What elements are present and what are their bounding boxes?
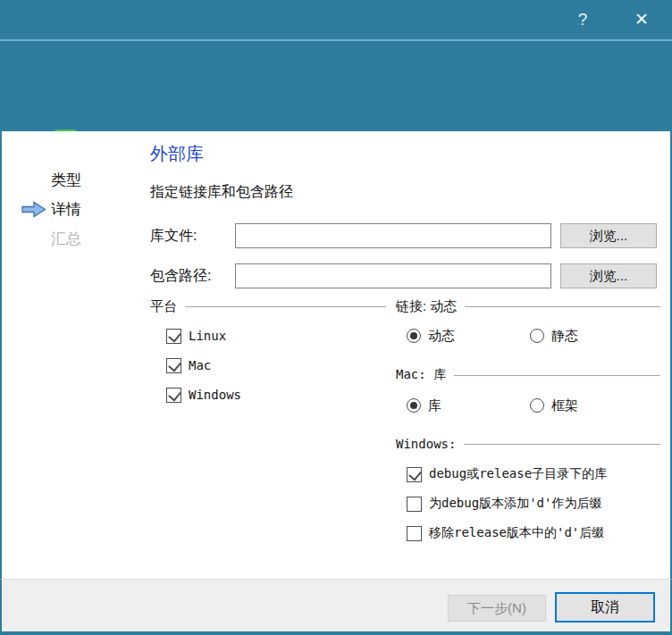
checkbox-remove-d-suffix[interactable]: 移除release版本中的'd'后缀 (407, 524, 604, 542)
next-button[interactable]: 下一步(N) (448, 595, 546, 622)
checkbox-icon (166, 388, 181, 403)
checkbox-label: 移除release版本中的'd'后缀 (429, 525, 604, 541)
close-button[interactable]: ✕ (618, 0, 665, 39)
checkbox-icon (407, 467, 422, 482)
checkbox-icon (166, 358, 181, 373)
radio-label: 库 (428, 397, 441, 414)
checkbox-label: Mac (189, 358, 211, 372)
checkbox-label: Linux (189, 329, 226, 343)
step-label: 详情 (51, 201, 81, 218)
library-file-input[interactable] (235, 223, 551, 248)
checkbox-library-inside-subdir[interactable]: debug或release子目录下的库 (407, 465, 607, 483)
checkbox-icon (166, 329, 181, 344)
cancel-button[interactable]: 取消 (555, 592, 655, 622)
checkbox-mac[interactable]: Mac (166, 356, 211, 374)
platform-group-title: 平台 (150, 298, 386, 315)
add-library-wizard-window: ? ✕ ← Qt 添加库 类型 详情 汇总 (0, 0, 672, 635)
checkbox-label: 为debug版本添加'd'作为后缀 (429, 496, 601, 512)
windows-group-title: Windows: (396, 437, 660, 451)
linkage-group-title: 链接: 动态 (396, 298, 660, 315)
group-title-rule (454, 375, 660, 376)
help-button[interactable]: ? (563, 0, 602, 39)
close-icon: ✕ (634, 10, 649, 29)
group-title-label: 链接: 动态 (396, 298, 457, 315)
radio-icon (530, 329, 544, 343)
radio-label: 静态 (551, 328, 578, 345)
checkbox-windows[interactable]: Windows (166, 386, 241, 404)
radio-dynamic[interactable]: 动态 (407, 327, 455, 345)
mac-group-title: Mac: 库 (396, 367, 660, 383)
radio-framework[interactable]: 框架 (530, 397, 578, 414)
group-title-rule (465, 306, 660, 307)
button-bar: 下一步(N) 取消 (0, 579, 672, 631)
checkbox-icon (407, 497, 422, 512)
group-title-label: Mac: 库 (396, 367, 446, 383)
radio-label: 框架 (551, 397, 578, 414)
library-file-label: 库文件: (150, 227, 197, 246)
checkbox-icon (407, 526, 422, 541)
wizard-content: 类型 详情 汇总 外部库 指定链接库和包含路径 库文件: 浏览... 包含路径:… (0, 131, 672, 579)
radio-static[interactable]: 静态 (530, 327, 578, 345)
title-bar: ? ✕ (0, 0, 672, 39)
wizard-step-details[interactable]: 详情 (51, 199, 81, 220)
radio-library[interactable]: 库 (407, 397, 441, 414)
radio-label: 动态 (428, 328, 455, 345)
group-title-rule (464, 444, 660, 445)
wizard-header: ← Qt 添加库 (0, 41, 672, 131)
checkbox-add-d-suffix[interactable]: 为debug版本添加'd'作为后缀 (407, 495, 601, 513)
library-file-browse-button[interactable]: 浏览... (560, 223, 657, 248)
help-icon: ? (578, 10, 588, 29)
group-title-rule (185, 306, 386, 307)
include-path-browse-button[interactable]: 浏览... (560, 263, 657, 288)
page-title: 外部库 (150, 142, 204, 166)
include-path-label: 包含路径: (150, 267, 211, 286)
window-bottom-border (0, 631, 672, 635)
wizard-step-type[interactable]: 类型 (51, 170, 81, 190)
page-subtitle: 指定链接库和包含路径 (150, 183, 293, 202)
current-step-arrow-icon (21, 201, 46, 218)
group-title-label: 平台 (150, 298, 177, 315)
group-title-label: Windows: (396, 437, 456, 451)
checkbox-label: debug或release子目录下的库 (429, 466, 607, 482)
radio-icon (530, 398, 544, 413)
radio-icon (407, 398, 421, 413)
checkbox-label: Windows (189, 388, 241, 402)
wizard-step-summary[interactable]: 汇总 (51, 229, 81, 249)
radio-icon (407, 329, 421, 343)
step-label: 类型 (51, 171, 81, 188)
include-path-input[interactable] (235, 263, 551, 288)
checkbox-linux[interactable]: Linux (166, 327, 226, 345)
step-label: 汇总 (51, 230, 81, 247)
